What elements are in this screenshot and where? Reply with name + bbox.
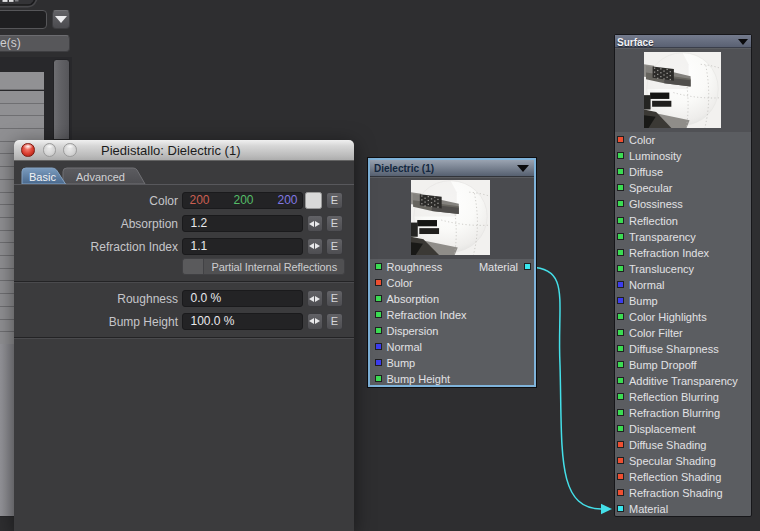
svg-text:Basic: Basic	[29, 171, 56, 183]
svg-text:Advanced: Advanced	[76, 171, 125, 183]
